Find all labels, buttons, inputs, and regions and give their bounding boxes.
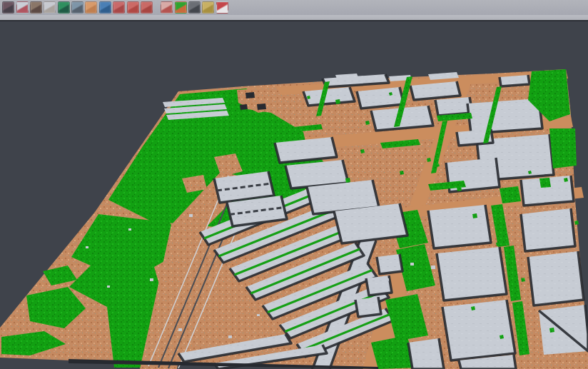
- toolbar-group-1: [1, 1, 153, 14]
- ortho-icon[interactable]: [85, 1, 97, 14]
- terrain-mesh-icon[interactable]: [30, 1, 42, 14]
- point-cloud-scene: [0, 21, 588, 369]
- target-icon[interactable]: [127, 1, 139, 14]
- flag-icon[interactable]: [216, 1, 228, 14]
- dem-icon[interactable]: [58, 1, 70, 14]
- sphere-icon[interactable]: [188, 1, 201, 14]
- sparse-points-icon[interactable]: [44, 1, 56, 14]
- points-color-icon[interactable]: [16, 1, 29, 14]
- profile-icon[interactable]: [71, 1, 83, 14]
- clone-icon[interactable]: [2, 1, 14, 14]
- classification-icon[interactable]: [175, 1, 187, 14]
- toolbar-separator: [153, 0, 160, 15]
- layers-icon[interactable]: [113, 1, 125, 14]
- raster-icon[interactable]: [161, 1, 173, 14]
- toolbar-lower-strip: [0, 15, 588, 20]
- transform-icon[interactable]: [202, 1, 214, 14]
- crop-icon[interactable]: [141, 1, 153, 14]
- toolbar: [0, 0, 588, 15]
- 3d-viewport[interactable]: [0, 21, 588, 369]
- app-window: [0, 0, 588, 369]
- toolbar-group-2: [160, 1, 229, 14]
- globe-icon[interactable]: [99, 1, 111, 14]
